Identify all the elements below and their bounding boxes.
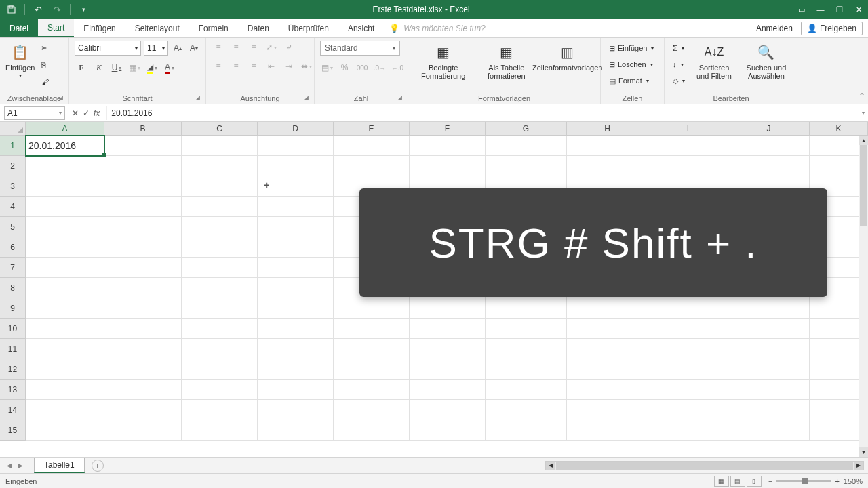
cell[interactable] bbox=[410, 380, 486, 400]
cell[interactable] bbox=[26, 400, 104, 420]
tab-layout[interactable]: Seitenlayout bbox=[125, 19, 189, 37]
number-format-select[interactable]: Standard▾ bbox=[320, 41, 400, 56]
cell[interactable] bbox=[410, 359, 486, 380]
cell[interactable] bbox=[648, 156, 728, 176]
cell[interactable] bbox=[104, 380, 182, 400]
cell[interactable] bbox=[334, 298, 410, 319]
find-select-button[interactable]: 🔍 Suchen und Auswählen bbox=[741, 41, 792, 80]
column-header[interactable]: K bbox=[810, 122, 868, 135]
row-header[interactable]: 13 bbox=[0, 380, 26, 400]
cell[interactable] bbox=[334, 420, 410, 441]
cell[interactable] bbox=[486, 298, 567, 319]
cell[interactable] bbox=[728, 339, 810, 359]
qat-customize-icon[interactable]: ▾ bbox=[76, 2, 91, 17]
cell[interactable] bbox=[567, 156, 648, 176]
cell[interactable] bbox=[334, 319, 410, 339]
cell[interactable] bbox=[334, 339, 410, 359]
align-center-icon[interactable]: ≡ bbox=[229, 60, 243, 73]
insert-cells-button[interactable]: ⊞Einfügen▾ bbox=[606, 41, 656, 56]
row-header[interactable]: 12 bbox=[0, 359, 26, 380]
increase-indent-icon[interactable]: ⇥ bbox=[282, 60, 296, 73]
cell[interactable] bbox=[104, 298, 182, 319]
cell[interactable] bbox=[258, 400, 334, 420]
zoom-out-icon[interactable]: − bbox=[768, 477, 772, 485]
accounting-format-icon[interactable]: ▤ bbox=[320, 61, 334, 75]
cell[interactable] bbox=[182, 217, 258, 237]
underline-button[interactable]: U bbox=[110, 61, 123, 75]
row-header[interactable]: 15 bbox=[0, 420, 26, 441]
cell[interactable] bbox=[410, 136, 486, 156]
cell[interactable] bbox=[728, 420, 810, 441]
clear-button[interactable]: ◇▾ bbox=[670, 73, 688, 88]
decrease-font-icon[interactable]: A▾ bbox=[187, 41, 201, 55]
cell[interactable] bbox=[486, 156, 567, 176]
row-header[interactable]: 7 bbox=[0, 258, 26, 278]
align-right-icon[interactable]: ≡ bbox=[247, 60, 260, 73]
cell[interactable] bbox=[648, 339, 728, 359]
column-header[interactable]: H bbox=[567, 122, 648, 135]
row-header[interactable]: 8 bbox=[0, 278, 26, 298]
autosum-button[interactable]: Σ▾ bbox=[670, 41, 688, 56]
cell[interactable] bbox=[648, 420, 728, 441]
page-layout-view-icon[interactable]: ▤ bbox=[730, 476, 745, 487]
launcher-icon[interactable]: ◢ bbox=[195, 94, 200, 101]
cell[interactable] bbox=[104, 359, 182, 380]
tab-formulas[interactable]: Formeln bbox=[189, 19, 238, 37]
cell[interactable] bbox=[258, 298, 334, 319]
merge-icon[interactable]: ⬌ bbox=[300, 60, 313, 73]
cell[interactable] bbox=[182, 420, 258, 441]
cell[interactable] bbox=[258, 339, 334, 359]
row-header[interactable]: 2 bbox=[0, 156, 26, 176]
decrease-decimal-icon[interactable]: ←.0 bbox=[391, 61, 404, 75]
ribbon-display-options-icon[interactable]: ▭ bbox=[792, 0, 811, 19]
normal-view-icon[interactable]: ▦ bbox=[714, 476, 729, 487]
cell[interactable] bbox=[182, 339, 258, 359]
increase-font-icon[interactable]: A▴ bbox=[171, 41, 184, 55]
row-header[interactable]: 5 bbox=[0, 217, 26, 237]
cell[interactable] bbox=[410, 298, 486, 319]
cell[interactable] bbox=[26, 339, 104, 359]
scroll-down-icon[interactable]: ▼ bbox=[859, 447, 868, 457]
cell[interactable] bbox=[182, 298, 258, 319]
sheet-nav-next-icon[interactable]: ▶ bbox=[18, 462, 23, 469]
cell[interactable] bbox=[182, 400, 258, 420]
cell[interactable] bbox=[258, 197, 334, 217]
cell[interactable] bbox=[410, 420, 486, 441]
select-all-corner[interactable] bbox=[0, 122, 26, 135]
maximize-button[interactable]: ❐ bbox=[830, 0, 849, 19]
cell[interactable] bbox=[182, 359, 258, 380]
font-size-select[interactable]: 11▾ bbox=[144, 41, 168, 56]
name-box[interactable]: A1▾ bbox=[4, 106, 65, 120]
cell[interactable] bbox=[26, 237, 104, 258]
share-button[interactable]: 👤 Freigeben bbox=[801, 22, 863, 35]
cell[interactable] bbox=[728, 380, 810, 400]
decrease-indent-icon[interactable]: ⇤ bbox=[264, 60, 278, 73]
cell[interactable] bbox=[334, 156, 410, 176]
row-header[interactable]: 11 bbox=[0, 339, 26, 359]
zoom-level[interactable]: 150% bbox=[844, 477, 863, 485]
fill-button[interactable]: ↓▾ bbox=[670, 57, 688, 72]
cell[interactable] bbox=[648, 359, 728, 380]
cell[interactable] bbox=[258, 176, 334, 197]
cell[interactable] bbox=[648, 400, 728, 420]
cell[interactable] bbox=[182, 237, 258, 258]
cancel-formula-icon[interactable]: ✕ bbox=[72, 108, 79, 118]
redo-icon[interactable]: ↷ bbox=[50, 2, 64, 17]
hscroll-thumb[interactable] bbox=[556, 462, 853, 470]
save-icon[interactable] bbox=[4, 2, 19, 17]
conditional-formatting-button[interactable]: ▦ Bedingte Formatierung bbox=[414, 41, 473, 80]
cell[interactable] bbox=[26, 359, 104, 380]
cell[interactable] bbox=[728, 136, 810, 156]
cell[interactable] bbox=[26, 197, 104, 217]
collapse-ribbon-icon[interactable]: ⌃ bbox=[859, 92, 865, 101]
border-button[interactable]: ▦ bbox=[127, 61, 141, 75]
font-color-button[interactable]: A bbox=[163, 61, 176, 75]
cell[interactable] bbox=[26, 420, 104, 441]
cell[interactable] bbox=[182, 156, 258, 176]
tab-file[interactable]: Datei bbox=[0, 19, 38, 37]
bold-button[interactable]: F bbox=[75, 61, 88, 75]
cell[interactable] bbox=[26, 258, 104, 278]
cell[interactable] bbox=[26, 380, 104, 400]
cell[interactable] bbox=[104, 197, 182, 217]
format-as-table-button[interactable]: ▦ Als Tabelle formatieren bbox=[477, 41, 536, 80]
